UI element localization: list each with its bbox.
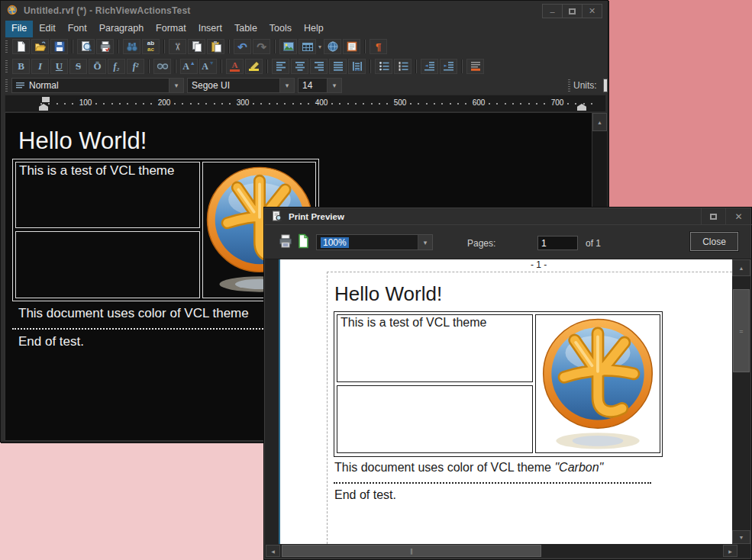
preview-scroll-up-button[interactable]: ▲	[732, 259, 750, 276]
paragraph-shading-icon	[470, 61, 481, 71]
preview-close-action-button[interactable]: Close	[690, 232, 738, 251]
copy-button[interactable]	[188, 39, 205, 54]
preview-maximize-button[interactable]	[701, 208, 725, 225]
paragraph-style-combo[interactable]: Normal ▾	[11, 78, 184, 93]
show-formatting-button[interactable]: ¶	[370, 39, 387, 54]
insert-hyperlink-button[interactable]	[324, 39, 341, 54]
align-center-button[interactable]	[291, 59, 308, 74]
subscript-button[interactable]: f₂	[108, 59, 125, 74]
minimize-button[interactable]: –	[542, 4, 563, 18]
page-setup-button[interactable]	[298, 233, 309, 252]
style-dropdown-icon[interactable]: ▾	[169, 79, 183, 92]
superscript-button[interactable]: f²	[127, 59, 144, 74]
bold-button[interactable]: B	[12, 59, 30, 74]
paragraph-color-button[interactable]	[466, 59, 484, 74]
right-indent-marker[interactable]	[577, 104, 586, 111]
menu-format[interactable]: Format	[150, 21, 192, 37]
preview-titlebar[interactable]: Print Preview ✕	[265, 208, 752, 225]
align-justify-button[interactable]	[329, 59, 347, 74]
font-size-combo[interactable]: 14 ▾	[298, 78, 342, 93]
preview-scroll-right-button[interactable]: ▶	[723, 545, 737, 557]
insert-text-frame-button[interactable]	[343, 39, 360, 54]
increase-indent-button[interactable]	[440, 59, 457, 74]
new-button[interactable]	[12, 39, 30, 54]
save-button[interactable]	[50, 39, 68, 54]
print-icon	[99, 40, 111, 53]
preview-scroll-down-button[interactable]: ▼	[732, 530, 750, 544]
copy-icon	[191, 40, 203, 53]
paste-button[interactable]	[207, 39, 224, 54]
left-indent-marker[interactable]	[39, 104, 48, 111]
toolbar-grip[interactable]	[5, 40, 8, 53]
toolbar-separator	[148, 60, 150, 73]
preview-vscroll-thumb[interactable]: =	[733, 289, 750, 372]
doc-end-text: End of test.	[18, 334, 84, 349]
overline-button[interactable]: Ō	[89, 59, 106, 74]
table-dropdown-icon[interactable]: ▾	[318, 43, 321, 50]
cut-button[interactable]: ✂	[169, 39, 186, 54]
zoom-combo[interactable]: 100% ▾	[316, 234, 433, 250]
zoom-dropdown-icon[interactable]: ▾	[418, 235, 432, 249]
print-button[interactable]	[96, 39, 114, 54]
toolbar-separator	[415, 60, 417, 73]
font-color-button[interactable]: A	[226, 59, 244, 74]
toolbar-grip[interactable]	[568, 79, 570, 92]
numbering-button[interactable]	[394, 59, 412, 74]
open-button[interactable]	[31, 39, 49, 54]
toolbar-grip[interactable]	[5, 60, 8, 72]
hidden-text-button[interactable]	[153, 59, 171, 74]
decrease-indent-button[interactable]	[421, 59, 438, 74]
highlight-button[interactable]	[245, 59, 263, 74]
preview-close-button[interactable]: ✕	[725, 208, 751, 225]
preview-horizontal-scrollbar[interactable]: ◀ ∥ ▶	[265, 544, 750, 558]
maximize-button[interactable]	[562, 4, 583, 18]
underline-button[interactable]: U	[50, 59, 68, 74]
menu-table[interactable]: Table	[228, 21, 263, 37]
doc-table-cell-1: This is a test of VCL theme	[15, 162, 200, 228]
align-right-button[interactable]	[310, 59, 328, 74]
units-combo-clipped[interactable]	[603, 79, 608, 92]
insert-picture-button[interactable]	[279, 39, 297, 54]
underline-icon: U	[56, 61, 63, 71]
replace-button[interactable]: ab ac	[142, 39, 160, 54]
align-center-icon	[295, 61, 305, 71]
undo-button[interactable]: ↶	[234, 39, 251, 54]
main-titlebar[interactable]: Untitled.rvf (*) - RichViewActionsTest –…	[1, 1, 608, 21]
grow-font-button[interactable]: A▲	[180, 59, 198, 74]
menu-font[interactable]: Font	[62, 21, 93, 37]
preview-toolbar: 100% ▾ Pages: of 1 Close	[265, 225, 752, 259]
doc-table-cell-2[interactable]	[15, 231, 200, 298]
print-preview-button[interactable]	[77, 39, 95, 54]
menu-help[interactable]: Help	[298, 21, 330, 37]
menu-bar: File Edit Font Paragraph Format Insert T…	[1, 21, 608, 37]
font-name-combo[interactable]: Segoe UI ▾	[187, 78, 295, 93]
preview-hscroll-thumb[interactable]: ∥	[282, 545, 541, 557]
fit-width-button[interactable]	[348, 59, 366, 74]
toolbar-grip[interactable]	[5, 79, 8, 92]
shrink-font-button[interactable]: A▼	[199, 59, 217, 74]
bullets-button[interactable]	[375, 59, 392, 74]
preview-vertical-scrollbar[interactable]: ▲ = ▼	[732, 259, 750, 544]
first-line-indent-marker[interactable]	[42, 97, 50, 102]
menu-insert[interactable]: Insert	[192, 21, 228, 37]
menu-file[interactable]: File	[5, 21, 33, 37]
doc-scroll-up-button[interactable]: ▲	[592, 113, 607, 131]
insert-table-button[interactable]	[299, 39, 316, 54]
redo-button[interactable]: ↷	[253, 39, 270, 54]
preview-heading: Hello World!	[334, 282, 442, 306]
menu-edit[interactable]: Edit	[33, 21, 62, 37]
align-left-button[interactable]	[272, 59, 289, 74]
font-dropdown-icon[interactable]: ▾	[279, 79, 294, 92]
preview-scroll-left-button[interactable]: ◀	[266, 545, 280, 557]
menu-paragraph[interactable]: Paragraph	[93, 21, 150, 37]
print-preview-window: Print Preview ✕ 100% ▾ Pages: of 1 Close…	[263, 207, 752, 560]
close-button[interactable]: ✕	[582, 4, 602, 18]
ruler-mark: 700	[549, 98, 566, 107]
strikethrough-button[interactable]: S	[69, 59, 87, 74]
menu-tools[interactable]: Tools	[263, 21, 298, 37]
pages-input[interactable]	[537, 236, 578, 250]
find-button[interactable]	[123, 39, 140, 54]
size-dropdown-icon[interactable]: ▾	[327, 79, 341, 92]
preview-print-button[interactable]	[278, 233, 293, 252]
italic-button[interactable]: I	[31, 59, 49, 74]
